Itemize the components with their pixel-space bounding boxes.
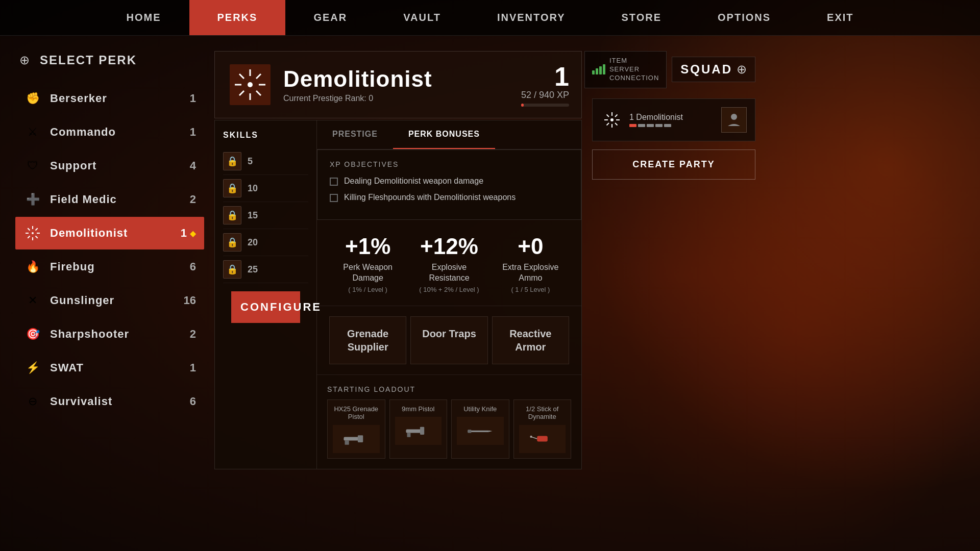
skill-lock-10: 🔒 (223, 179, 241, 197)
create-party-button[interactable]: CREATE PARTY (592, 149, 755, 180)
sharpshooter-icon: 🎯 (23, 325, 42, 343)
xp-obj-checkbox-1 (330, 178, 338, 186)
berserker-level: 1 (190, 92, 196, 105)
xp-bar-bg (521, 104, 569, 107)
perk-item-field-medic[interactable]: ➕ Field Medic 2 (15, 183, 204, 216)
nav-gear[interactable]: GEAR (285, 0, 375, 35)
perk-item-demolitionist[interactable]: Demolitionist 1 ◆ (15, 217, 204, 249)
svg-line-36 (615, 123, 618, 126)
perk-item-survivalist[interactable]: ⊖ Survivalist 6 (15, 385, 204, 418)
svg-line-16 (256, 74, 261, 79)
tab-prestige[interactable]: PRESTIGE (317, 120, 393, 149)
survivalist-name: Survivalist (50, 395, 190, 408)
skill-level-20: 20 (248, 237, 258, 248)
perk-title: Demolitionist (283, 66, 511, 92)
server-bars-icon (592, 64, 605, 74)
support-icon: 🛡 (23, 157, 42, 175)
bonus-item-weapon-damage: +1% Perk WeaponDamage ( 1% / Level ) (327, 234, 408, 293)
commando-icon: ⚔ (23, 123, 42, 141)
svg-line-35 (607, 114, 609, 117)
level-dot-4 (655, 124, 663, 127)
swat-icon: ⚡ (23, 359, 42, 377)
passive-skill-name-grenade-supplier: GrenadeSupplier (338, 327, 398, 354)
survivalist-icon: ⊖ (23, 392, 42, 411)
commando-level: 1 (190, 126, 196, 139)
configure-button[interactable]: CONFIGURE (231, 291, 300, 323)
perk-item-support[interactable]: 🛡 Support 4 (15, 149, 204, 182)
passive-skill-reactive-armor: ReactiveArmor (492, 316, 569, 364)
perk-item-sharpshooter[interactable]: 🎯 Sharpshooter 2 (15, 318, 204, 350)
server-bar-3 (599, 66, 602, 74)
skill-lock-15: 🔒 (223, 206, 241, 224)
nav-options[interactable]: OPTIONS (690, 0, 799, 35)
item-server-text: ITEM SERVERCONNECTION (609, 57, 659, 83)
perk-item-gunslinger[interactable]: ✕ Gunslinger 16 (15, 284, 204, 317)
swat-level: 1 (190, 361, 196, 374)
server-bar-4 (603, 64, 605, 74)
xp-obj-text-1: Dealing Demolitionist weapon damage (344, 177, 483, 186)
select-perk-title: SELECT PERK (40, 53, 137, 67)
svg-line-28 (532, 437, 537, 439)
skill-level-5: 5 (248, 156, 253, 167)
skill-item-25: 🔒 25 (223, 256, 308, 283)
perk-item-commando[interactable]: ⚔ Commando 1 (15, 116, 204, 148)
svg-line-38 (607, 123, 609, 126)
player-name-info: 1 Demolitionist (629, 113, 715, 127)
svg-rect-19 (358, 435, 363, 442)
squad-label: SQUAD (680, 62, 732, 77)
loadout-item-icon-9mm (395, 417, 442, 445)
svg-line-7 (36, 228, 38, 230)
loadout-item-knife: Utility Knife (451, 399, 509, 459)
perk-item-swat[interactable]: ⚡ SWAT 1 (15, 352, 204, 384)
perk-info: Demolitionist Current Prestige Rank: 0 (283, 66, 511, 103)
nav-perks[interactable]: PERKS (189, 0, 286, 35)
swat-name: SWAT (50, 361, 190, 374)
nav-vault[interactable]: VAULT (375, 0, 469, 35)
svg-rect-20 (345, 441, 349, 445)
main-content: ⊕ SELECT PERK ✊ Berserker 1 ⚔ Commando 1… (0, 36, 980, 551)
svg-rect-27 (537, 436, 548, 442)
passive-skill-name-door-traps: Door Traps (419, 327, 479, 340)
perk-detail-card: SKILLS 🔒 5 🔒 10 🔒 15 🔒 20 (214, 120, 582, 469)
skills-section: SKILLS 🔒 5 🔒 10 🔒 15 🔒 20 (215, 120, 317, 469)
skill-lock-20: 🔒 (223, 233, 241, 252)
skill-lock-5: 🔒 (223, 152, 241, 170)
xp-obj-item-1: Dealing Demolitionist weapon damage (330, 177, 569, 186)
svg-line-8 (28, 236, 30, 238)
support-name: Support (50, 159, 190, 172)
loadout-item-icon-dynamite (519, 425, 566, 453)
loadout-section: STARTING LOADOUT HX25 GrenadePistol (317, 374, 581, 469)
nav-inventory[interactable]: INVENTORY (469, 0, 594, 35)
commando-name: Commando (50, 126, 190, 139)
skill-lock-25: 🔒 (223, 260, 241, 279)
passive-skill-name-reactive-armor: ReactiveArmor (501, 327, 560, 354)
berserker-icon: ✊ (23, 89, 42, 108)
player-card: 1 Demolitionist (592, 98, 755, 141)
passive-skills: GrenadeSupplier Door Traps ReactiveArmor (317, 306, 581, 374)
bonus-item-explosive-resistance: +12% ExplosiveResistance ( 10% + 2% / Le… (408, 234, 489, 293)
perk-item-berserker[interactable]: ✊ Berserker 1 (15, 82, 204, 115)
bonuses-section: PRESTIGE PERK BONUSES XP OBJECTIVES Deal… (317, 120, 581, 469)
nav-store[interactable]: STORE (593, 0, 690, 35)
perk-logo (227, 62, 273, 108)
player-perk-icon (601, 109, 623, 131)
passive-skill-door-traps: Door Traps (410, 316, 487, 364)
nav-home[interactable]: HOME (99, 0, 189, 35)
svg-line-6 (36, 236, 38, 238)
loadout-grid: HX25 GrenadePistol 9mm Pistol (327, 399, 571, 459)
skill-item-10: 🔒 10 (223, 175, 308, 202)
nav-exit[interactable]: EXIT (799, 0, 881, 35)
tab-perk-bonuses[interactable]: PERK BONUSES (393, 120, 495, 149)
active-perk-arrow: ◆ (190, 229, 196, 238)
perk-tabs: PRESTIGE PERK BONUSES (317, 120, 581, 149)
squad-box[interactable]: SQUAD ⊕ (672, 57, 755, 82)
demolitionist-icon (23, 224, 42, 242)
bonus-item-extra-ammo: +0 Extra ExplosiveAmmo ( 1 / 5 Level ) (490, 234, 571, 293)
skill-item-15: 🔒 15 (223, 202, 308, 229)
loadout-item-name-hx25: HX25 GrenadePistol (333, 405, 380, 421)
skill-level-10: 10 (248, 183, 258, 194)
loadout-item-dynamite: 1/2 Stick ofDynamite (513, 399, 572, 459)
xp-obj-checkbox-2 (330, 194, 338, 202)
perk-item-firebug[interactable]: 🔥 Firebug 6 (15, 251, 204, 283)
field-medic-level: 2 (190, 193, 196, 206)
